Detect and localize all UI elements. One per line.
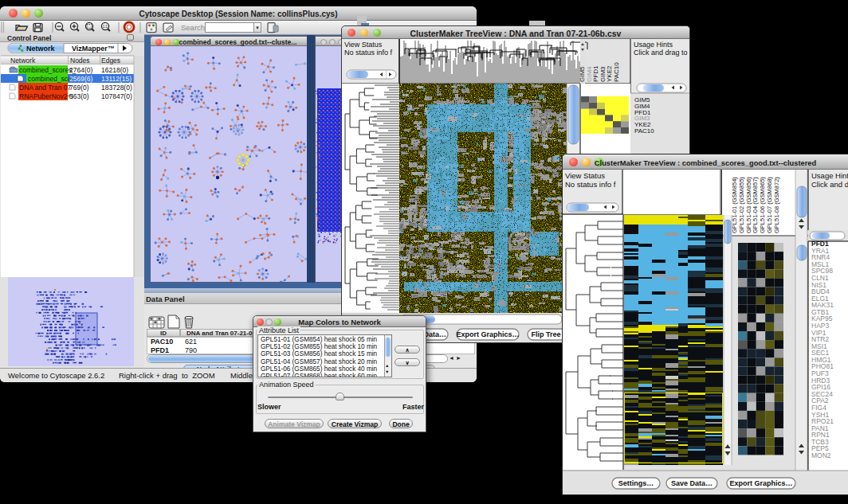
- svg-text:Network: Network: [10, 57, 36, 64]
- svg-text:Network: Network: [26, 45, 56, 53]
- svg-text:Export Graphics…: Export Graphics…: [729, 479, 792, 487]
- svg-text:Save Data…: Save Data…: [671, 479, 713, 487]
- svg-text:PAC10: PAC10: [613, 62, 620, 82]
- svg-text:No status info f: No status info f: [344, 49, 393, 57]
- svg-text:769(0): 769(0): [69, 84, 89, 92]
- svg-text:Settings…: Settings…: [618, 479, 654, 487]
- svg-text:Nodes: Nodes: [70, 57, 90, 64]
- svg-text:13112(15): 13112(15): [101, 75, 132, 83]
- svg-text:No status info f: No status info f: [565, 180, 616, 189]
- svg-text:GPL51-03 (GSM856): GPL51-03 (GSM856): [745, 177, 752, 233]
- svg-text:MON2: MON2: [811, 451, 831, 459]
- svg-text:VizMapper™: VizMapper™: [72, 45, 115, 53]
- svg-text:GPL51-04 (GSM857): GPL51-04 (GSM857): [752, 177, 759, 233]
- svg-text:16218(0): 16218(0): [101, 66, 128, 74]
- svg-text:Edges: Edges: [101, 57, 120, 64]
- svg-text:View Status: View Status: [344, 41, 383, 49]
- svg-text:DNA and Tran 07: DNA and Tran 07: [19, 84, 71, 92]
- svg-text:Click and drag to: Click and drag to: [811, 180, 848, 189]
- svg-text:GPL51-02 (GSM855): GPL51-02 (GSM855): [738, 177, 745, 233]
- svg-text:View Status: View Status: [565, 171, 605, 180]
- svg-text:combined_sco: combined_sco: [28, 75, 72, 83]
- svg-text:563(0): 563(0): [69, 92, 89, 100]
- svg-text:2764(0): 2764(0): [69, 66, 92, 74]
- svg-text:183728(0): 183728(0): [101, 84, 132, 92]
- svg-text:PAC10: PAC10: [634, 127, 654, 135]
- svg-text:107847(0): 107847(0): [101, 92, 132, 100]
- svg-text:Usage Hints: Usage Hints: [634, 41, 673, 49]
- svg-text:GPL51-08 (GSM872): GPL51-08 (GSM872): [773, 177, 780, 233]
- svg-text:combined_scores_: combined_scores_: [19, 66, 77, 74]
- svg-text:Click and drag to: Click and drag to: [634, 49, 688, 57]
- svg-text:2569(6): 2569(6): [69, 75, 92, 83]
- svg-text:RNAPuberNov2+I: RNAPuberNov2+I: [19, 92, 73, 100]
- svg-text:Usage Hints: Usage Hints: [811, 171, 848, 180]
- svg-text:GPL51-06 (GSM865): GPL51-06 (GSM865): [759, 177, 766, 233]
- svg-text:GPL51-07 (GSM868): GPL51-07 (GSM868): [766, 177, 773, 233]
- svg-text:1:1: 1:1: [103, 25, 108, 29]
- svg-text:Export Graphics…: Export Graphics…: [456, 330, 519, 338]
